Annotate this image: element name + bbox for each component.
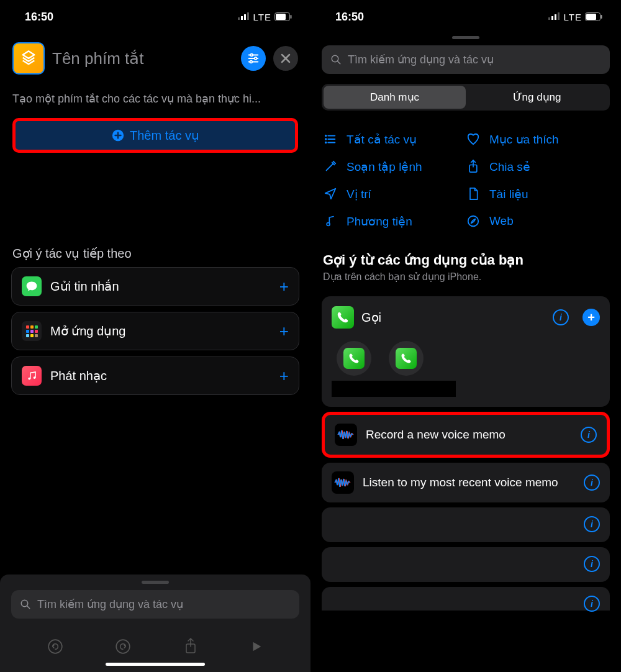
contact-bubbles [332,329,600,376]
location-icon [323,186,338,201]
grabber-handle[interactable] [142,581,169,584]
home-indicator[interactable] [106,663,205,666]
apps-grid-icon [22,321,42,341]
info-button[interactable]: i [584,474,600,491]
list-item[interactable]: i [322,507,610,542]
svg-rect-20 [26,334,29,337]
search-placeholder: Tìm kiếm ứng dụng và tác vụ [348,53,494,66]
svg-rect-6 [291,15,292,19]
category-label: Phương tiện [347,214,412,229]
safari-icon [466,214,481,229]
shortcut-title-input[interactable]: Tên phím tắt [52,49,233,68]
list-item[interactable]: i [322,547,610,582]
info-button[interactable]: i [553,309,569,325]
list-icon [323,132,338,147]
svg-point-47 [468,216,479,227]
svg-rect-5 [276,14,286,20]
undo-button[interactable] [47,638,63,657]
category-sharing[interactable]: Chia sẻ [466,159,609,174]
svg-point-12 [250,61,253,63]
redo-button[interactable] [115,638,131,657]
info-button[interactable]: i [584,596,600,612]
suggestion-label: Phát nhạc [50,368,271,383]
description-text: Tạo một phím tắt cho các tác vụ mà bạn t… [0,89,310,118]
suggestion-play-music[interactable]: Phát nhạc + [11,356,299,395]
info-button[interactable]: i [581,427,597,443]
signal-icon [548,11,561,22]
search-icon [20,599,31,610]
category-location[interactable]: Vị trí [323,186,466,201]
svg-line-38 [337,61,340,64]
category-favorites[interactable]: Mục ưa thích [466,132,609,147]
category-scripting[interactable]: Soạn tập lệnh [323,159,466,174]
heart-icon [466,132,481,147]
status-time: 16:50 [25,11,53,24]
voice-memo-label: Listen to my most recent voice memo [363,475,575,491]
voice-memo-icon [332,471,354,494]
svg-rect-16 [35,325,38,329]
suggestion-send-message[interactable]: Gửi tin nhắn + [11,267,299,306]
category-documents[interactable]: Tài liệu [466,186,609,201]
call-card-header[interactable]: Gọi i + [332,306,600,329]
svg-rect-18 [30,330,34,333]
battery-icon [585,12,602,21]
call-card-title: Gọi [361,310,545,325]
network-label: LTE [564,12,582,22]
list-item[interactable]: i [322,587,610,611]
settings-button[interactable] [241,46,266,71]
phone-app-icon [332,306,354,329]
plus-circle-icon [111,129,125,142]
segment-apps[interactable]: Ứng dụng [466,86,608,109]
shortcut-app-icon[interactable] [12,42,45,75]
grabber-handle[interactable] [452,36,479,39]
music-note-icon [323,214,338,229]
add-action-button[interactable]: Thêm tác vụ [12,118,298,153]
add-icon[interactable]: + [279,366,289,386]
voice-memo-listen[interactable]: Listen to my most recent voice memo i [322,463,610,502]
suggestion-open-app[interactable]: Mở ứng dụng + [11,312,299,350]
voice-memo-icon [335,424,357,446]
info-button[interactable]: i [584,516,600,532]
add-action-label: Thêm tác vụ [130,128,199,143]
svg-rect-1 [241,16,243,20]
category-label: Tài liệu [489,187,528,201]
voice-memo-label: Record a new voice memo [366,427,572,443]
svg-point-11 [255,57,257,60]
battery-icon [274,12,292,21]
svg-rect-19 [35,330,38,333]
segment-categories[interactable]: Danh mục [324,86,466,109]
category-media[interactable]: Phương tiện [323,214,466,229]
sliders-icon [247,52,260,65]
apps-section-title: Gợi ý từ các ứng dụng của bạn [310,240,621,271]
add-icon[interactable]: + [279,277,289,296]
search-input[interactable]: Tìm kiếm ứng dụng và tác vụ [11,590,299,619]
status-bar: 16:50 LTE [0,0,310,31]
category-label: Chia sẻ [489,160,530,174]
add-button[interactable]: + [582,309,600,326]
screen-right: 16:50 LTE Tìm kiếm ứng dụng và tác vụ Da… [310,0,621,672]
contact-bubble[interactable] [389,341,424,376]
share-button[interactable] [183,637,198,658]
next-actions-title: Gợi ý tác vụ tiếp theo [0,246,310,261]
segmented-control: Danh mục Ứng dụng [322,84,610,111]
info-button[interactable]: i [584,556,600,572]
apps-subtitle: Dựa trên cách bạn sử dụng iPhone. [310,271,621,291]
add-icon[interactable]: + [279,322,289,341]
status-time: 16:50 [335,11,364,24]
svg-rect-15 [30,325,34,329]
contact-bubble[interactable] [337,341,371,376]
svg-rect-22 [35,334,38,337]
voice-memo-record[interactable]: Record a new voice memo i [322,412,610,458]
redacted-area [332,381,456,397]
close-button[interactable] [273,46,298,71]
svg-rect-32 [555,14,556,20]
search-input[interactable]: Tìm kiếm ứng dụng và tác vụ [322,45,610,74]
document-icon [466,186,481,201]
music-icon [22,366,42,386]
svg-rect-35 [586,14,596,20]
play-button[interactable] [250,640,263,656]
category-web[interactable]: Web [466,214,609,229]
share-icon [466,159,481,174]
category-label: Mục ưa thích [489,132,559,147]
category-all-actions[interactable]: Tất cả tác vụ [323,132,466,147]
